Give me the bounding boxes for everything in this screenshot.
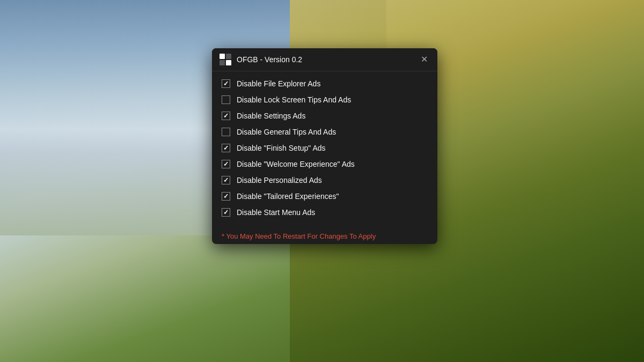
checkbox-welcome-experience-ads[interactable]: ✓ bbox=[222, 160, 230, 168]
checkbox-item-general-tips[interactable]: Disable General Tips And Ads bbox=[212, 124, 437, 140]
checkbox-general-tips[interactable] bbox=[222, 128, 230, 136]
checkmark-icon: ✓ bbox=[223, 193, 229, 200]
checkmark-icon: ✓ bbox=[223, 145, 229, 151]
checkbox-item-file-explorer-ads[interactable]: ✓Disable File Explorer Ads bbox=[212, 76, 437, 92]
checkbox-item-settings-ads[interactable]: ✓Disable Settings Ads bbox=[212, 108, 437, 124]
checkbox-item-start-menu-ads[interactable]: ✓Disable Start Menu Ads bbox=[212, 204, 437, 220]
checkbox-item-welcome-experience-ads[interactable]: ✓Disable "Welcome Experience" Ads bbox=[212, 156, 437, 172]
checkbox-item-tailored-experiences[interactable]: ✓Disable "Tailored Experiences" bbox=[212, 188, 437, 204]
label-start-menu-ads: Disable Start Menu Ads bbox=[237, 208, 315, 217]
restart-note: * You May Need To Restart For Changes To… bbox=[212, 227, 437, 244]
checkbox-start-menu-ads[interactable]: ✓ bbox=[222, 208, 230, 217]
label-lock-screen-tips: Disable Lock Screen Tips And Ads bbox=[237, 95, 351, 104]
checkbox-lock-screen-tips[interactable] bbox=[222, 95, 230, 104]
checkmark-icon: ✓ bbox=[223, 80, 229, 87]
app-icon-cell-1 bbox=[219, 54, 225, 59]
title-left: OFGB - Version 0.2 bbox=[219, 54, 302, 65]
checkmark-icon: ✓ bbox=[223, 161, 229, 167]
app-icon-cell-4 bbox=[226, 60, 231, 65]
title-bar: OFGB - Version 0.2 ✕ bbox=[212, 48, 437, 71]
checkbox-file-explorer-ads[interactable]: ✓ bbox=[222, 79, 230, 88]
label-settings-ads: Disable Settings Ads bbox=[237, 112, 305, 120]
checkbox-item-personalized-ads[interactable]: ✓Disable Personalized Ads bbox=[212, 172, 437, 188]
label-file-explorer-ads: Disable File Explorer Ads bbox=[237, 79, 320, 88]
checkbox-settings-ads[interactable]: ✓ bbox=[222, 112, 230, 120]
label-personalized-ads: Disable Personalized Ads bbox=[237, 176, 322, 184]
checkbox-item-lock-screen-tips[interactable]: Disable Lock Screen Tips And Ads bbox=[212, 92, 437, 108]
checkmark-icon: ✓ bbox=[223, 177, 229, 183]
checkmark-icon: ✓ bbox=[223, 209, 229, 216]
checkmark-icon: ✓ bbox=[223, 113, 229, 119]
checkbox-list: ✓Disable File Explorer AdsDisable Lock S… bbox=[212, 71, 437, 227]
close-button[interactable]: ✕ bbox=[419, 54, 430, 65]
label-finish-setup-ads: Disable "Finish Setup" Ads bbox=[237, 144, 326, 152]
app-icon-cell-3 bbox=[219, 60, 225, 65]
label-tailored-experiences: Disable "Tailored Experiences" bbox=[237, 192, 339, 201]
label-general-tips: Disable General Tips And Ads bbox=[237, 128, 336, 136]
checkbox-item-finish-setup-ads[interactable]: ✓Disable "Finish Setup" Ads bbox=[212, 140, 437, 156]
label-welcome-experience-ads: Disable "Welcome Experience" Ads bbox=[237, 160, 355, 168]
checkbox-personalized-ads[interactable]: ✓ bbox=[222, 176, 230, 184]
app-icon bbox=[219, 54, 231, 65]
checkbox-tailored-experiences[interactable]: ✓ bbox=[222, 192, 230, 201]
app-window: OFGB - Version 0.2 ✕ ✓Disable File Explo… bbox=[212, 48, 437, 244]
checkbox-finish-setup-ads[interactable]: ✓ bbox=[222, 144, 230, 152]
window-title: OFGB - Version 0.2 bbox=[237, 55, 302, 64]
app-icon-cell-2 bbox=[226, 54, 231, 59]
